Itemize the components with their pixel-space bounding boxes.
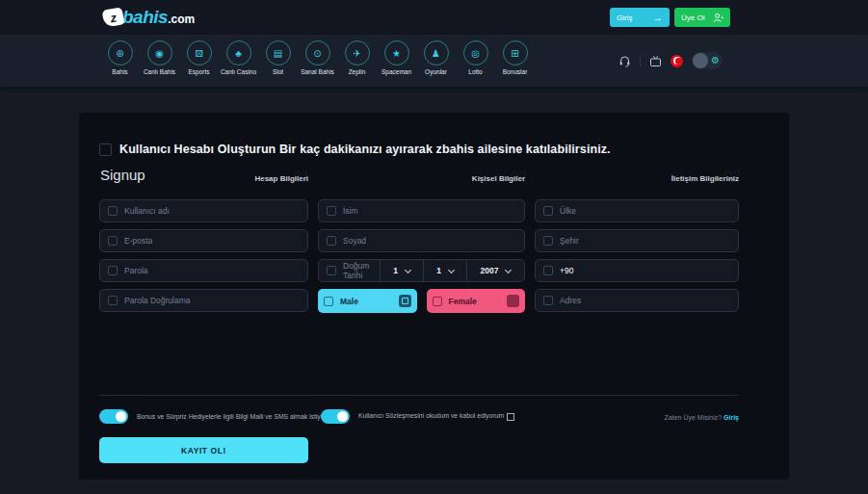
username-field[interactable]: [99, 199, 308, 222]
password-field[interactable]: [99, 259, 308, 282]
section-divider: [99, 395, 739, 396]
turkish-flag-icon[interactable]: [671, 55, 683, 67]
title-checkbox[interactable]: [99, 143, 112, 156]
chevron-down-icon: [505, 266, 512, 273]
section-step-number: 02: [510, 169, 527, 186]
slot-machine-icon: ▤: [266, 40, 291, 65]
male-selected-checkbox: [399, 295, 411, 307]
firstname-field[interactable]: [318, 199, 525, 222]
marketing-consent-label: Bonus ve Sürpriz Hediyelerle ilgili Bilg…: [137, 413, 337, 420]
lastname-field[interactable]: [318, 229, 525, 252]
nav-item-sanal-bahis[interactable]: ⊙ Sanal Bahis: [298, 40, 337, 75]
top-header-bar: z bahis .com Giriş → Üye Ol: [0, 0, 868, 35]
phone-field[interactable]: [535, 259, 739, 282]
user-icon: [327, 236, 336, 246]
nav-item-esports[interactable]: ⚄ Esports: [179, 40, 219, 75]
nav-item-bahis[interactable]: ⊛ Bahis: [100, 40, 140, 75]
brand-logo[interactable]: z bahis .com: [103, 4, 195, 31]
register-button[interactable]: Üye Ol: [674, 8, 730, 27]
city-field[interactable]: [535, 229, 739, 252]
lock-icon: [108, 266, 118, 275]
lastname-input[interactable]: [343, 236, 516, 246]
logo-brand-text: bahis: [122, 7, 168, 28]
country-input[interactable]: [560, 206, 730, 216]
personal-column: Doğum Tarihi 1 1 2007 Male Female: [318, 199, 525, 313]
add-user-icon: [713, 13, 723, 23]
phone-icon: [543, 266, 553, 275]
settings-theme-toggle[interactable]: ⚙: [692, 52, 723, 69]
soccer-ball-icon: ⊛: [108, 40, 133, 65]
chevron-down-icon: [448, 266, 455, 273]
login-button-label: Giriş: [617, 13, 632, 22]
logo-z-icon: z: [102, 7, 125, 27]
nav-item-lotto[interactable]: ◎ Lotto: [456, 40, 495, 75]
support-headset-icon[interactable]: [618, 55, 631, 67]
firstname-input[interactable]: [343, 206, 516, 216]
nav-item-canli-bahis[interactable]: ◉ Canlı Bahis: [140, 40, 179, 75]
nav-item-oyunlar[interactable]: ♟ Oyunlar: [416, 40, 456, 75]
vertical-divider: [640, 55, 641, 67]
email-field[interactable]: [99, 229, 308, 252]
terms-consent-label: Kullanıcı Sözleşmesini okudum ve kabul e…: [358, 412, 514, 420]
birthdate-label: Doğum Tarihi: [343, 261, 380, 280]
username-input[interactable]: [124, 206, 300, 216]
calendar-icon: [327, 266, 336, 275]
country-field[interactable]: [535, 199, 739, 222]
city-input[interactable]: [560, 236, 730, 246]
birth-month-select[interactable]: 1: [423, 260, 466, 281]
address-field[interactable]: [535, 289, 739, 312]
marketing-consent-toggle[interactable]: [99, 409, 128, 424]
globe-icon: [543, 206, 553, 216]
mail-icon: [108, 236, 118, 246]
female-icon: [433, 297, 442, 306]
chevron-down-icon: [405, 266, 411, 273]
gender-male-button[interactable]: Male: [318, 289, 417, 313]
password-confirm-input[interactable]: [124, 296, 300, 305]
nav-right-controls: ⚙: [618, 49, 723, 72]
tv-stream-icon[interactable]: [649, 55, 662, 67]
nav-item-spaceman[interactable]: ★ Spaceman: [377, 40, 416, 75]
password-confirm-field[interactable]: [99, 289, 308, 312]
category-nav-bar: ⊛ Bahis ◉ Canlı Bahis ⚄ Esports ♣ Canlı …: [0, 35, 868, 87]
nav-item-canli-casino[interactable]: ♣ Canlı Casino: [219, 40, 258, 75]
gamepad-icon: ⚄: [187, 40, 212, 65]
bonus-gift-icon: ⊞: [503, 40, 528, 65]
login-link[interactable]: Giriş: [723, 414, 739, 421]
spaceman-icon: ★: [384, 40, 409, 65]
contract-link-icon[interactable]: [507, 413, 514, 421]
gender-female-button[interactable]: Female: [427, 289, 526, 313]
toggle-knob: [116, 411, 126, 422]
lotto-ball-icon: ◎: [463, 40, 488, 65]
zeppelin-icon: ✈: [345, 40, 370, 65]
arrow-right-icon: →: [652, 13, 663, 23]
register-button-label: Üye Ol: [681, 13, 704, 22]
nav-item-zeplin[interactable]: ✈ Zeplin: [337, 40, 377, 75]
home-icon: [543, 296, 553, 305]
already-member-text: Zaten Üye Misiniz? Giriş: [535, 414, 739, 421]
casino-chip-icon: ♣: [226, 40, 251, 65]
female-checkbox: [507, 295, 519, 307]
register-submit-button[interactable]: KAYIT OL!: [99, 437, 308, 463]
terms-consent-row: Kullanıcı Sözleşmesini okudum ve kabul e…: [321, 409, 514, 424]
terms-consent-toggle[interactable]: [321, 409, 350, 424]
section-step-number: 01: [293, 169, 310, 186]
male-icon: [324, 297, 333, 306]
birth-day-select[interactable]: 1: [380, 260, 423, 281]
login-button[interactable]: Giriş →: [610, 8, 670, 27]
virtual-betting-icon: ⊙: [305, 40, 330, 65]
birthdate-field: Doğum Tarihi 1 1 2007: [318, 259, 525, 282]
section-header-contact: 03 İletişim Bilgileriniz: [535, 174, 739, 183]
signup-card: Kullanıcı Hesabı Oluşturun Bir kaç dakik…: [79, 113, 789, 480]
email-input[interactable]: [124, 236, 300, 246]
nav-item-bonuslar[interactable]: ⊞ Bonuslar: [495, 40, 535, 75]
toggle-knob: [337, 411, 348, 422]
address-input[interactable]: [560, 296, 730, 305]
birth-year-select[interactable]: 2007: [466, 260, 524, 281]
user-icon: [108, 206, 118, 216]
password-input[interactable]: [124, 266, 300, 275]
nav-item-slot[interactable]: ▤ Slot: [258, 40, 298, 75]
games-icon: ♟: [424, 40, 449, 65]
gear-icon: ⚙: [711, 54, 720, 67]
phone-input[interactable]: [560, 266, 730, 275]
contact-column: [535, 199, 739, 312]
